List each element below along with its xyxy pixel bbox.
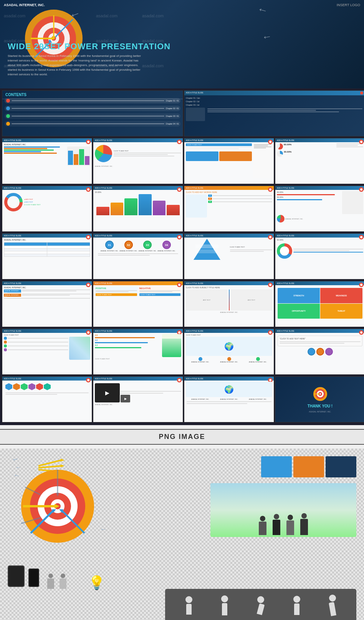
thankyou-text: THANK YOU ! (308, 404, 333, 408)
slide-row-3: ADD A TITLE SLIDE ● ADD TEXT ● ADD TEXT … (2, 185, 364, 232)
world-map (186, 337, 272, 356)
png-section: PNG IMAGE ← ← ← (0, 425, 364, 620)
slide-header-percent: ADD A TITLE SLIDE (275, 138, 364, 142)
slide-1-title[interactable]: ADD A TITLE SLIDE Chapter 01 / Jan Chapt… (184, 90, 364, 136)
slide-row-2: ADD A TITLE SLIDE ASADAL INTERNET, INC. (2, 138, 364, 185)
slide-thumb-swot[interactable]: ADD A TITLE SLIDE STRENGTH WEAKNESS OPPO… (275, 281, 364, 327)
slide-content-r5-3: CLICK TO ADD SUBJECT TITLE HERE ADD TEXT… (184, 285, 274, 326)
slide-thumb-video[interactable]: ADD A TITLE SLIDE ▶ ▶ ASADAL INTERNET, I… (93, 376, 183, 422)
slide-thumb-pyramid[interactable]: ADD A TITLE SLIDE CLICK TO ADD TEXT (184, 233, 274, 279)
slide-header-r3-3: ADD A TITLE SLIDE (184, 186, 274, 190)
slide-content-r4-1: ASADAL INTERNET, INC. (2, 238, 92, 278)
slide-content-r5-1: ASADAL INTERNET, INC. ASADAL INTERNET, I… (2, 285, 92, 326)
slide-thumb-pie[interactable]: ADD A TITLE SLIDE CLICK TO ADD TEXT ASAD… (93, 138, 183, 184)
slide-badge-r5-1 (86, 283, 91, 287)
slide-content-bar: ASADAL INTERNET, INC. (2, 142, 92, 183)
slide-badge-r4-3 (268, 235, 273, 239)
slide-badge-r3-1 (86, 187, 91, 192)
slide-content-r7-3: ASADAL INTERNET, INC. ASADAL INTERNET, I… (184, 381, 274, 421)
slide-row-6: ADD A TITLE SLIDE CLICK TO ADD TEXT (2, 328, 364, 375)
swot-threat: THREAT (320, 304, 362, 319)
thankyou-target (313, 386, 328, 402)
slide-row-1: CONTENTS Chapter 01 / 01 Chapter 02 / 01… (2, 90, 364, 137)
slide-thumb-worldcompany[interactable]: ADD A TITLE SLIDE ASADAL INTERNET, INC. … (184, 376, 274, 422)
slide-thumb-infographic[interactable]: ADD A TITLE SLIDE 4.9 4.8 4.3 (93, 329, 183, 375)
slide-thumb-pct2[interactable]: ADD A TITLE SLIDE 60.00% 30.00% ASADAL I… (275, 186, 364, 232)
svg-marker-28 (61, 464, 65, 467)
slide-content-r6-1: CLICK TO ADD TEXT (2, 333, 92, 374)
world-map-2 (186, 382, 272, 397)
slide-thumb-flow[interactable]: ADD A TITLE SLIDE CLICK TO ADD KEY WORDS… (184, 186, 274, 232)
slide-header-r5-4: ADD A TITLE SLIDE (275, 281, 364, 285)
slide-header-bar: ADD A TITLE SLIDE (2, 138, 92, 142)
slide-thumb-subject[interactable]: ADD A TITLE SLIDE CLICK TO ADD SUBJECT T… (184, 281, 274, 327)
slide-header-r3-1: ADD A TITLE SLIDE (2, 186, 92, 190)
swot-opportunity: OPPORTUNITY (278, 304, 320, 319)
slide-badge-r5-2 (177, 283, 182, 287)
swot-strength: STRENGTH (278, 288, 320, 303)
slide-thumb-circles[interactable]: ADD A TITLE SLIDE 01 ASADAL INTERNET, IN… (93, 233, 183, 279)
slide-thumb-devices[interactable]: ADD A TITLE SLIDE (2, 376, 92, 422)
slide-badge-r3-4 (359, 187, 364, 192)
color-blocks-top (261, 456, 356, 477)
slide-header-r4-4: ADD A TITLE SLIDE (275, 234, 364, 238)
contents-slide[interactable]: CONTENTS Chapter 01 / 01 Chapter 02 / 01… (2, 90, 183, 136)
arrow-decorative-2: ← (256, 3, 269, 17)
slide-header-r5-1: ADD A TITLE SLIDE (2, 281, 92, 285)
slide-thumb-percent[interactable]: ADD A TITLE SLIDE 60.00% 30.00% (275, 138, 364, 184)
slide-content-pie: CLICK TO ADD TEXT ASADAL INTERNET, INC. (93, 142, 183, 183)
grey-figures-panel (165, 589, 356, 620)
arrow-small-right: ← (100, 525, 107, 534)
slide-badge-r4-4 (359, 235, 364, 239)
slide-badge-r4-2 (177, 235, 182, 239)
slide-content-r4-3: CLICK TO ADD TEXT (184, 238, 274, 278)
png-section-title: PNG IMAGE (0, 429, 364, 445)
png-content-area: ← ← ← (0, 449, 364, 620)
slide-badge-r4-1 (86, 235, 91, 239)
slide-thumb-thankyou[interactable]: THANK YOU ! ASADAL INTERNET, INC. (275, 376, 364, 422)
slide-badge-r6-3 (268, 330, 273, 335)
slide-badge-r7-2 (177, 378, 182, 382)
slide-thumb-piechart2[interactable]: ADD A TITLE SLIDE ● ADD TEXT ● ADD TEXT … (2, 186, 92, 232)
slide-content-r7-2: ▶ ▶ ASADAL INTERNET, INC. (93, 381, 183, 421)
slide-content-r3-3: CLICK TO ADD KEY WORDS HERE 01 02 (184, 190, 274, 231)
slide-thumb-mixed[interactable]: ADD A TITLE SLIDE CLICK TO ADD TEXT (184, 138, 274, 184)
slide-content-r6-3: CLICK TO ADD TEXT ASADAL INTERNET, INC. … (184, 333, 274, 374)
slide-content-r4-4: 60.00% (275, 238, 364, 278)
hero-section: ASADAL INTERNET, INC. INSERT LOGO asadal… (0, 0, 364, 88)
big-target-png (19, 468, 96, 546)
slide-thumb-list[interactable]: ADD A TITLE SLIDE CLICK TO ADD TEXT (2, 329, 92, 375)
slide-header-mixed: ADD A TITLE SLIDE (184, 138, 274, 142)
slide-thumb-posneg[interactable]: ADD A TITLE SLIDE POSITIVE CLICK TO ADD … (93, 281, 183, 327)
slide-header-r6-3: ADD A TITLE SLIDE (184, 329, 274, 333)
slide-badge-2 (177, 140, 182, 144)
watermark-1: asadal.com (4, 13, 25, 18)
slide-thumb-barchart[interactable]: ADD A TITLE SLIDE ASADAL INTERNET, INC. (2, 138, 92, 184)
slide-content-r7-1 (2, 381, 92, 421)
slide-content-r3-2: 20.00% (93, 190, 183, 231)
slide-header-r4-3: ADD A TITLE SLIDE (184, 234, 274, 238)
business-people-area (210, 483, 356, 537)
slide-thumb-3dcols[interactable]: ADD A TITLE SLIDE 20.00% (93, 186, 183, 232)
slide-thumb-timeline[interactable]: ADD A TITLE SLIDE ASADAL INTERNET, INC. … (2, 281, 92, 327)
slide-1-header-label: ADD A TITLE SLIDE (186, 91, 203, 95)
slide-header-r7-3: ADD A TITLE SLIDE (184, 377, 274, 381)
slide-header-r3-2: ADD A TITLE SLIDE (93, 186, 183, 190)
slide-content-r6-4: "CLICK TO ADD TEXT HERE" (275, 333, 364, 374)
slide-thumb-quote[interactable]: ADD A TITLE SLIDE "CLICK TO ADD TEXT HER… (275, 329, 364, 375)
slide-header-r6-1: ADD A TITLE SLIDE (2, 329, 92, 333)
hero-title-block: WIDE 29SET POWER PRESENTATION Started it… (8, 42, 356, 77)
slide-thumb-donut[interactable]: ADD A TITLE SLIDE 60.00% (275, 233, 364, 279)
svg-line-25 (38, 460, 61, 466)
slide-thumb-table[interactable]: ADD A TITLE SLIDE ASADAL INTERNET, INC. (2, 233, 92, 279)
slide-header-r5-3: ADD A TITLE SLIDE (184, 281, 274, 285)
slide-header-r4-1: ADD A TITLE SLIDE (2, 234, 92, 238)
figures-row (46, 573, 68, 589)
devices-row (8, 565, 39, 587)
slide-badge-r6-4 (359, 330, 364, 335)
slide-row-5: ADD A TITLE SLIDE ASADAL INTERNET, INC. … (2, 281, 364, 327)
slide-header-r4-2: ADD A TITLE SLIDE (93, 234, 183, 238)
slide-header-r5-2: ADD A TITLE SLIDE (93, 281, 183, 285)
slide-thumb-map[interactable]: ADD A TITLE SLIDE CLICK TO ADD TEXT ASAD… (184, 329, 274, 375)
slide-content-r5-2: POSITIVE CLICK TO ADD TEXT NEGATIVE CLIC… (93, 285, 183, 326)
